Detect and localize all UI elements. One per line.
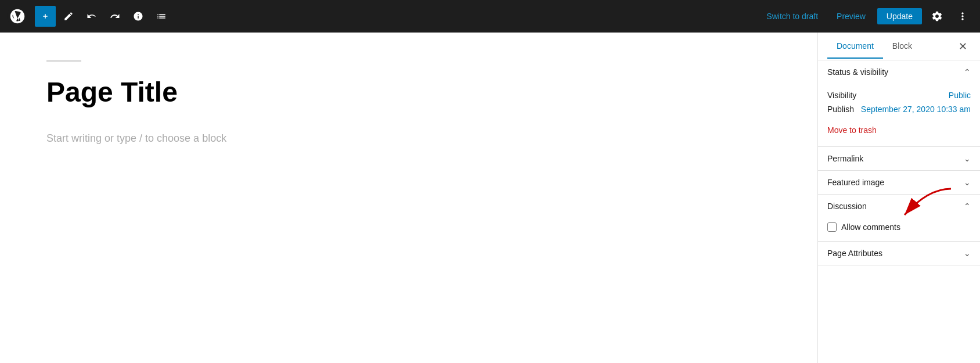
section-page-attributes-title: Page Attributes (827, 249, 882, 258)
page-title[interactable]: Page Title (46, 76, 771, 109)
preview-button[interactable]: Preview (830, 8, 873, 24)
title-separator (46, 60, 81, 62)
sidebar-tabs: Document Block (827, 34, 954, 59)
tab-document[interactable]: Document (827, 34, 883, 59)
section-page-attributes: Page Attributes ⌄ (818, 242, 980, 265)
close-sidebar-button[interactable]: ✕ (954, 38, 971, 55)
section-permalink-title: Permalink (827, 154, 863, 163)
settings-button[interactable] (927, 6, 947, 27)
section-status-visibility-body: Visibility Public Publish September 27, … (818, 84, 980, 146)
allow-comments-checkbox[interactable] (827, 222, 837, 232)
visibility-value[interactable]: Public (949, 91, 971, 100)
section-permalink: Permalink ⌄ (818, 147, 980, 171)
move-to-trash-button[interactable]: Move to trash (827, 123, 877, 137)
section-page-attributes-header[interactable]: Page Attributes ⌄ (818, 242, 980, 265)
sidebar: Document Block ✕ Status & visibility ⌃ V… (817, 33, 980, 363)
visibility-row: Visibility Public (827, 88, 971, 102)
publish-value[interactable]: September 27, 2020 10:33 am (861, 105, 971, 114)
undo-button[interactable] (81, 6, 102, 27)
publish-label: Publish (827, 105, 854, 114)
chevron-down-icon: ⌄ (964, 154, 971, 163)
sidebar-header: Document Block ✕ (818, 33, 980, 60)
toolbar-right: Switch to draft Preview Update (759, 6, 973, 27)
chevron-down-icon-featured: ⌄ (964, 178, 971, 187)
add-block-button[interactable] (35, 6, 56, 27)
section-status-visibility: Status & visibility ⌃ Visibility Public … (818, 60, 980, 147)
publish-row: Publish September 27, 2020 10:33 am (827, 102, 971, 116)
more-options-button[interactable] (952, 6, 973, 27)
main-area: Page Title Start writing or type / to ch… (0, 33, 980, 363)
list-view-button[interactable] (151, 6, 172, 27)
toolbar: Switch to draft Preview Update (0, 0, 980, 33)
wordpress-logo[interactable] (7, 6, 28, 27)
section-discussion-body: Allow comments (818, 218, 980, 241)
switch-to-draft-button[interactable]: Switch to draft (759, 8, 825, 24)
info-button[interactable] (128, 6, 149, 27)
red-arrow-indicator (881, 186, 957, 221)
redo-button[interactable] (105, 6, 125, 27)
editor-area[interactable]: Page Title Start writing or type / to ch… (0, 33, 817, 363)
section-permalink-header[interactable]: Permalink ⌄ (818, 147, 980, 170)
section-featured-image-title: Featured image (827, 178, 884, 187)
visibility-label: Visibility (827, 91, 856, 100)
update-button[interactable]: Update (877, 8, 922, 24)
section-status-visibility-header[interactable]: Status & visibility ⌃ (818, 60, 980, 84)
allow-comments-label: Allow comments (841, 222, 900, 232)
chevron-up-icon: ⌃ (964, 67, 971, 77)
chevron-up-icon-discussion: ⌃ (964, 202, 971, 211)
allow-comments-row: Allow comments (827, 222, 971, 232)
editor-placeholder[interactable]: Start writing or type / to choose a bloc… (46, 132, 771, 145)
section-discussion: Discussion ⌃ Allo (818, 195, 980, 242)
section-status-visibility-title: Status & visibility (827, 67, 888, 77)
sidebar-content: Status & visibility ⌃ Visibility Public … (818, 60, 980, 363)
tools-button[interactable] (58, 6, 79, 27)
tab-block[interactable]: Block (883, 34, 921, 59)
chevron-down-icon-attributes: ⌄ (964, 249, 971, 258)
section-discussion-title: Discussion (827, 202, 867, 211)
